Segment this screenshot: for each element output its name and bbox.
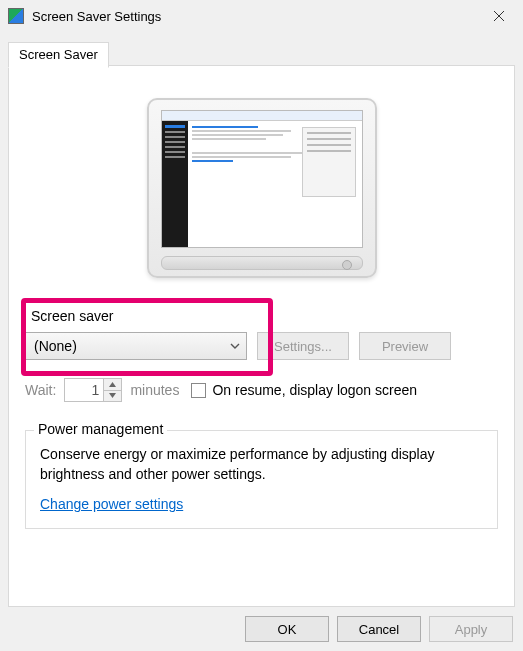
screensaver-settings-window: Screen Saver Settings Screen Saver xyxy=(0,0,523,651)
chevron-down-icon xyxy=(230,338,240,354)
svg-marker-3 xyxy=(109,393,116,398)
window-title: Screen Saver Settings xyxy=(32,9,481,24)
screensaver-preview-area xyxy=(25,98,498,278)
close-button[interactable] xyxy=(481,2,517,30)
wait-spinner[interactable] xyxy=(103,379,121,401)
screensaver-label: Screen saver xyxy=(31,308,498,324)
screensaver-dropdown[interactable]: (None) xyxy=(25,332,247,360)
resume-logon-label: On resume, display logon screen xyxy=(212,382,417,398)
wait-row: Wait: minutes On resume, display logon s… xyxy=(25,378,498,402)
preview-button[interactable]: Preview xyxy=(359,332,451,360)
tab-screen-saver[interactable]: Screen Saver xyxy=(8,42,109,68)
dialog-button-row: OK Cancel Apply xyxy=(0,607,523,651)
titlebar: Screen Saver Settings xyxy=(0,0,523,32)
tabs: Screen Saver xyxy=(8,42,523,66)
monitor-screen xyxy=(161,110,363,248)
screensaver-group: Screen saver (None) Settings... Preview xyxy=(25,308,498,370)
ok-button[interactable]: OK xyxy=(245,616,329,642)
screensaver-app-icon xyxy=(8,8,24,24)
monitor-graphic xyxy=(147,98,377,278)
spinner-up[interactable] xyxy=(104,379,121,391)
resume-logon-checkbox[interactable]: On resume, display logon screen xyxy=(191,382,417,398)
power-management-group: Power management Conserve energy or maxi… xyxy=(25,430,498,529)
settings-button[interactable]: Settings... xyxy=(257,332,349,360)
apply-button[interactable]: Apply xyxy=(429,616,513,642)
cancel-button[interactable]: Cancel xyxy=(337,616,421,642)
wait-minutes-input[interactable] xyxy=(64,378,122,402)
power-management-legend: Power management xyxy=(34,421,167,437)
change-power-settings-link[interactable]: Change power settings xyxy=(40,496,183,512)
tab-panel: Screen saver (None) Settings... Preview … xyxy=(8,65,515,607)
screensaver-selected-value: (None) xyxy=(34,338,230,354)
power-management-description: Conserve energy or maximize performance … xyxy=(40,445,483,484)
spinner-down[interactable] xyxy=(104,391,121,402)
close-icon xyxy=(493,10,505,22)
checkbox-box xyxy=(191,383,206,398)
wait-label: Wait: xyxy=(25,382,56,398)
wait-unit: minutes xyxy=(130,382,179,398)
wait-value-field[interactable] xyxy=(65,379,103,401)
svg-marker-2 xyxy=(109,382,116,387)
